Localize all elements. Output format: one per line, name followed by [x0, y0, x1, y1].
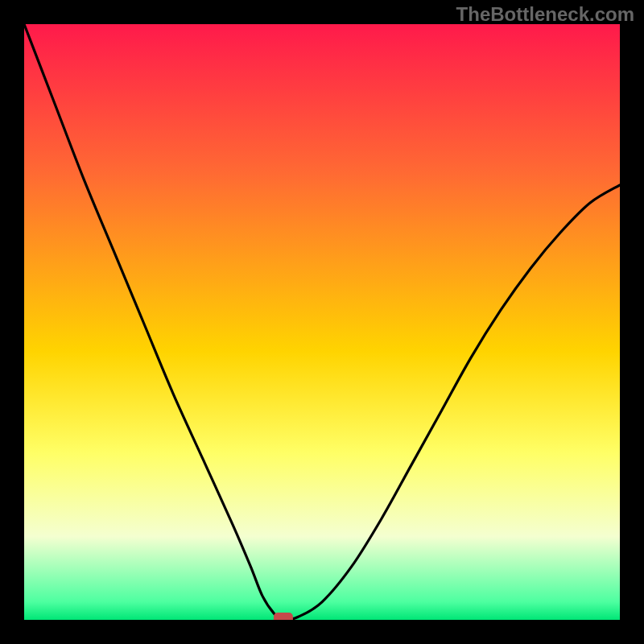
- optimum-marker: [274, 613, 293, 620]
- watermark-text: TheBottleneck.com: [456, 3, 634, 26]
- gradient-background: [24, 24, 620, 620]
- chart-frame: TheBottleneck.com: [0, 0, 644, 644]
- chart-svg: [24, 24, 620, 620]
- plot-area: [24, 24, 620, 620]
